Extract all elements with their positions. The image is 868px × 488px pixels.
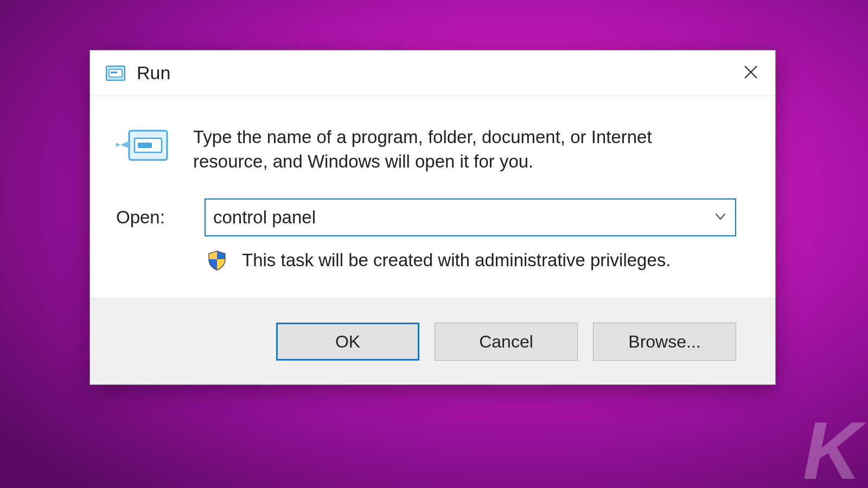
open-row: Open:: [116, 198, 736, 236]
ok-button[interactable]: OK: [276, 323, 419, 361]
admin-privilege-row: This task will be created with administr…: [206, 249, 736, 271]
shield-icon: [206, 249, 228, 271]
open-combobox[interactable]: [205, 198, 736, 236]
open-input[interactable]: [206, 200, 706, 235]
close-icon: [743, 65, 758, 82]
dialog-body: Type the name of a program, folder, docu…: [90, 96, 775, 298]
titlebar: Run: [90, 50, 775, 96]
admin-privilege-text: This task will be created with administr…: [242, 250, 671, 271]
browse-button[interactable]: Browse...: [593, 323, 736, 361]
open-dropdown-button[interactable]: [706, 200, 735, 235]
description-row: Type the name of a program, folder, docu…: [116, 125, 736, 174]
svg-rect-2: [111, 72, 117, 73]
close-button[interactable]: [726, 50, 775, 96]
watermark: K: [803, 404, 858, 488]
description-text: Type the name of a program, folder, docu…: [193, 125, 714, 174]
run-dialog: Run Type the name of a program, folder, …: [90, 50, 776, 385]
chevron-down-icon: [714, 210, 727, 225]
run-program-icon: [116, 125, 170, 165]
run-title-icon: [104, 62, 127, 85]
open-label: Open:: [116, 207, 175, 228]
cancel-button[interactable]: Cancel: [435, 323, 578, 361]
dialog-footer: OK Cancel Browse...: [90, 298, 775, 384]
svg-rect-5: [138, 143, 152, 148]
window-title: Run: [137, 62, 726, 84]
